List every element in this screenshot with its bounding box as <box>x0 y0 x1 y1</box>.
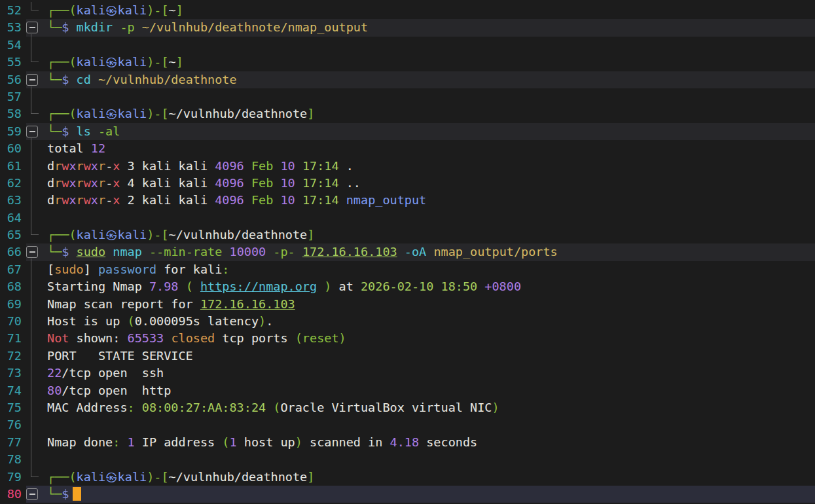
line-number: 57 <box>0 88 26 105</box>
text-segment <box>69 124 76 138</box>
terminal-row[interactable]: 77Nmap done: 1 IP address (1 host up) sc… <box>0 434 815 451</box>
text-segment: 10 <box>280 159 295 173</box>
text-segment: kali㉿kali <box>77 55 147 69</box>
text-segment <box>317 279 324 293</box>
terminal-row[interactable]: 72PORT STATE SERVICE <box>0 348 815 365</box>
text-segment: └─ <box>47 20 62 34</box>
fold-collapse-button[interactable] <box>26 19 46 36</box>
terminal-row[interactable]: 75MAC Address: 08:00:27:AA:83:24 (Oracle… <box>0 399 815 416</box>
text-segment: ) <box>295 435 302 449</box>
terminal-row[interactable]: 7322/tcp open ssh <box>0 365 815 382</box>
terminal-row[interactable]: 71Not shown: 65533 closed tcp ports (res… <box>0 330 815 347</box>
terminal-row[interactable]: 54 <box>0 37 815 54</box>
terminal-row[interactable]: 76 <box>0 416 815 433</box>
terminal-row[interactable]: 69Nmap scan report for 172.16.16.103 <box>0 296 815 313</box>
terminal-row[interactable]: 64 <box>0 209 815 226</box>
text-segment: w <box>84 176 91 190</box>
text-segment: kali㉿kali <box>77 107 147 120</box>
terminal-row[interactable]: 63drwxrwxr-x 2 kali kali 4096 Feb 10 17:… <box>0 192 815 209</box>
fold-collapse-button[interactable] <box>26 243 46 261</box>
fold-collapse-button[interactable] <box>26 486 46 503</box>
text-segment: https://nmap.org <box>200 279 317 293</box>
terminal-row[interactable]: 7480/tcp open http <box>0 382 815 399</box>
terminal-text[interactable]: Host is up (0.000095s latency). <box>46 313 273 330</box>
terminal-row[interactable]: 61drwxrwxr-x 3 kali kali 4096 Feb 10 17:… <box>0 158 815 175</box>
terminal-text[interactable]: 22/tcp open ssh <box>46 365 164 382</box>
text-segment: 4096 <box>215 193 244 207</box>
text-segment: 10 <box>280 193 295 207</box>
terminal-text[interactable]: └─$ sudo nmap --min-rate 10000 -p- 172.1… <box>46 243 558 261</box>
terminal-row[interactable]: 62drwxrwxr-x 4 kali kali 4096 Feb 10 17:… <box>0 175 815 192</box>
terminal-row[interactable]: 65┌──(kali㉿kali)-[~/vulnhub/deathnote] <box>0 226 815 243</box>
terminal-row[interactable]: 57 <box>0 88 815 105</box>
terminal-text[interactable]: drwxrwxr-x 3 kali kali 4096 Feb 10 17:14… <box>46 158 353 175</box>
terminal-text[interactable] <box>46 451 47 468</box>
fold-collapse-button[interactable] <box>26 123 46 140</box>
terminal-text[interactable]: └─$ mkdir -p ~/vulnhub/deathnote/nmap_ou… <box>46 19 368 36</box>
terminal-row[interactable]: 59└─$ ls -al <box>0 123 815 140</box>
text-segment: ( <box>128 314 135 328</box>
terminal-text[interactable] <box>46 37 47 54</box>
terminal-text[interactable]: Nmap scan report for 172.16.16.103 <box>46 296 295 313</box>
text-segment: d <box>47 193 54 207</box>
text-segment: ~/vulnhub/deathnote <box>98 73 237 86</box>
terminal-row[interactable]: 53└─$ mkdir -p ~/vulnhub/deathnote/nmap_… <box>0 19 815 36</box>
text-segment: 172.16.16.103 <box>200 297 295 311</box>
terminal-row[interactable]: 70Host is up (0.000095s latency). <box>0 313 815 330</box>
text-segment: IP address <box>135 435 223 449</box>
terminal-text[interactable]: [sudo] password for kali: <box>46 261 229 278</box>
terminal-text[interactable]: PORT STATE SERVICE <box>46 348 193 365</box>
terminal-row[interactable]: 79┌──(kali㉿kali)-[~/vulnhub/deathnote] <box>0 469 815 486</box>
text-segment: . <box>266 314 273 328</box>
line-number: 63 <box>0 192 26 209</box>
terminal-text[interactable]: ┌──(kali㉿kali)-[~] <box>46 54 183 71</box>
text-segment: 7.98 <box>149 279 179 293</box>
terminal-text[interactable]: Not shown: 65533 closed tcp ports (reset… <box>46 330 346 347</box>
terminal-text[interactable]: ┌──(kali㉿kali)-[~/vulnhub/deathnote] <box>46 469 314 486</box>
terminal-text[interactable]: drwxrwxr-x 2 kali kali 4096 Feb 10 17:14… <box>46 192 426 209</box>
terminal-row[interactable]: 55┌──(kali㉿kali)-[~] <box>0 54 815 71</box>
text-segment: 10000 <box>230 245 266 259</box>
terminal-text[interactable]: ┌──(kali㉿kali)-[~] <box>46 2 183 19</box>
terminal-row[interactable]: 56└─$ cd ~/vulnhub/deathnote <box>0 71 815 88</box>
terminal-text[interactable]: └─$ cd ~/vulnhub/deathnote <box>46 71 237 88</box>
terminal-text[interactable]: ┌──(kali㉿kali)-[~/vulnhub/deathnote] <box>46 105 314 122</box>
fold-collapse-button[interactable] <box>26 71 46 88</box>
text-segment: Feb <box>251 193 273 207</box>
text-segment: nmap_output <box>346 193 427 207</box>
terminal-text[interactable]: Starting Nmap 7.98 ( https://nmap.org ) … <box>46 278 521 295</box>
terminal-row[interactable]: 66└─$ sudo nmap --min-rate 10000 -p- 172… <box>0 243 815 261</box>
text-segment: ┌──( <box>47 228 77 242</box>
terminal-text[interactable]: 80/tcp open http <box>46 382 171 399</box>
text-segment: )-[ <box>147 470 168 484</box>
text-segment: 2026-02-10 18:50 <box>361 279 477 293</box>
terminal-text[interactable]: └─$ ls -al <box>46 123 120 140</box>
terminal-row[interactable]: 68Starting Nmap 7.98 ( https://nmap.org … <box>0 278 815 295</box>
terminal-text[interactable]: drwxrwxr-x 4 kali kali 4096 Feb 10 17:14… <box>46 175 361 192</box>
text-segment <box>193 279 200 293</box>
text-segment: ┌──( <box>47 107 77 120</box>
line-number: 77 <box>0 434 26 451</box>
terminal-text[interactable]: └─$ <box>46 486 81 503</box>
terminal-row[interactable]: 52┌──(kali㉿kali)-[~] <box>0 2 815 19</box>
terminal-text[interactable] <box>46 88 47 105</box>
terminal-row[interactable]: 58┌──(kali㉿kali)-[~/vulnhub/deathnote] <box>0 105 815 122</box>
terminal-text[interactable] <box>46 209 47 226</box>
text-segment: : <box>113 435 120 449</box>
terminal-text[interactable]: Nmap done: 1 IP address (1 host up) scan… <box>46 434 477 451</box>
terminal-row[interactable]: 80└─$ <box>0 486 815 503</box>
text-segment: x <box>69 159 76 173</box>
fold-range-end-marker <box>26 226 46 243</box>
text-segment: . <box>339 159 353 173</box>
terminal-row[interactable]: 67[sudo] password for kali: <box>0 261 815 278</box>
terminal-row[interactable]: 78 <box>0 451 815 468</box>
text-segment: )-[ <box>147 107 168 120</box>
terminal-text[interactable]: MAC Address: 08:00:27:AA:83:24 (Oracle V… <box>46 399 499 416</box>
terminal-text[interactable] <box>46 416 47 433</box>
terminal-row[interactable]: 60total 12 <box>0 140 815 157</box>
text-segment: 17:14 <box>302 193 339 207</box>
text-segment: 0.000095s latency <box>135 314 259 328</box>
fold-range-end-marker <box>26 469 46 486</box>
terminal-text[interactable]: ┌──(kali㉿kali)-[~/vulnhub/deathnote] <box>46 226 314 243</box>
terminal-text[interactable]: total 12 <box>46 140 105 157</box>
